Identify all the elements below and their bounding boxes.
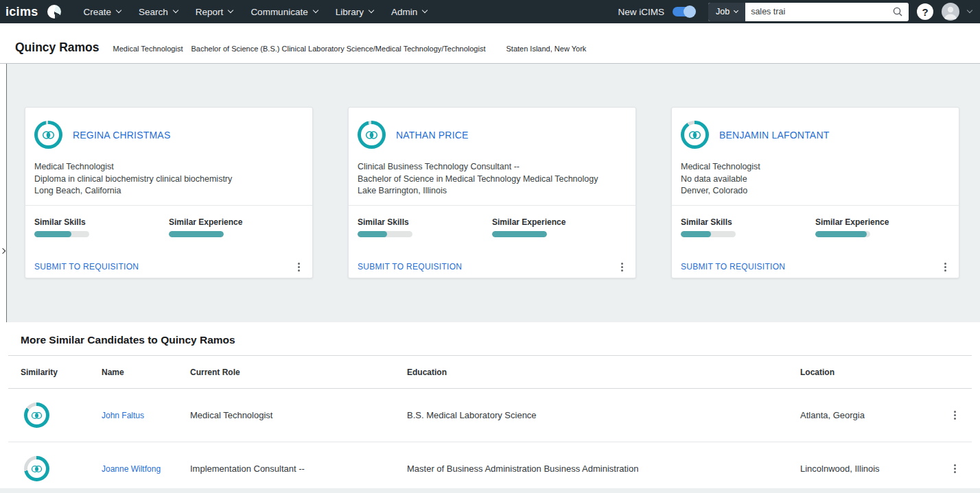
candidate-card: BENJAMIN LAFONTANT Medical Technologist …: [671, 107, 959, 278]
submit-to-requisition-link[interactable]: SUBMIT TO REQUISITION: [34, 262, 139, 272]
similarity-icon: [365, 130, 378, 140]
toggle-knob: [684, 5, 696, 18]
similar-skills-label: Similar Skills: [34, 217, 169, 227]
table-header-row: Similarity Name Current Role Education L…: [0, 356, 980, 388]
card-role: Medical Technologist: [681, 161, 950, 173]
similarity-icon: [42, 130, 55, 140]
candidate-header: Quincy Ramos Medical Technologist Bachel…: [0, 23, 980, 64]
icims-logo-mark-icon[interactable]: [47, 5, 61, 19]
column-header-similarity: Similarity: [21, 368, 102, 377]
row-location: Atlanta, Georgia: [800, 410, 932, 420]
page-title: Quincy Ramos: [15, 40, 100, 55]
chevron-down-icon: [116, 8, 121, 13]
card-menu-kebab[interactable]: [941, 261, 950, 274]
menu-report[interactable]: Report: [187, 0, 242, 23]
menu-create[interactable]: Create: [75, 0, 130, 23]
menu-admin[interactable]: Admin: [382, 0, 436, 23]
candidate-card: NATHAN PRICE Clinical Business Technolog…: [348, 107, 636, 278]
user-silhouette-icon: [942, 3, 959, 21]
help-button[interactable]: ?: [917, 3, 933, 20]
candidate-location: Staten Island, New York: [506, 45, 587, 53]
row-education: B.S. Medical Laboratory Science: [407, 410, 800, 420]
column-header-location: Location: [800, 368, 932, 377]
card-education: No data available: [681, 173, 950, 186]
card-menu-kebab[interactable]: [294, 261, 303, 274]
candidate-card: REGINA CHRISTMAS Medical Technologist Di…: [25, 107, 313, 278]
similarity-icon: [688, 130, 701, 140]
card-education: Diploma in clinical biochemistry clinica…: [34, 173, 303, 186]
submit-to-requisition-link[interactable]: SUBMIT TO REQUISITION: [358, 262, 462, 272]
candidate-cards-row: REGINA CHRISTMAS Medical Technologist Di…: [0, 64, 980, 278]
column-header-name: Name: [102, 368, 190, 377]
submit-to-requisition-link[interactable]: SUBMIT TO REQUISITION: [681, 262, 785, 272]
similarity-ring: [681, 121, 709, 149]
card-location: Lake Barrington, Illinois: [358, 185, 627, 197]
similarity-ring: [24, 456, 49, 481]
similar-experience-bar: [815, 231, 870, 237]
icims-logo[interactable]: icims: [5, 5, 38, 19]
column-header-current-role: Current Role: [190, 368, 407, 377]
similar-skills-bar: [34, 231, 89, 237]
chevron-down-icon: [369, 8, 374, 13]
global-search: Job: [708, 3, 909, 21]
row-education: Master of Business Administration Busine…: [407, 464, 800, 474]
row-menu-kebab[interactable]: [950, 462, 959, 475]
row-menu-kebab[interactable]: [950, 409, 959, 422]
similar-experience-bar: [492, 231, 547, 237]
menu-communicate[interactable]: Communicate: [242, 0, 326, 23]
row-current-role: Implementation Consultant --: [190, 464, 407, 474]
table-row: John Faltus Medical Technologist B.S. Me…: [0, 389, 980, 442]
similar-skills-label: Similar Skills: [681, 217, 815, 227]
new-icims-toggle[interactable]: [673, 7, 695, 16]
similar-skills-label: Similar Skills: [358, 217, 492, 227]
similar-experience-label: Similar Experience: [169, 217, 303, 227]
candidate-name-link[interactable]: NATHAN PRICE: [396, 130, 469, 141]
top-navigation-bar: icims Create Search Report Communicate L…: [0, 0, 980, 23]
row-location: Lincolnwood, Illinois: [800, 464, 932, 474]
similarity-icon: [31, 465, 43, 473]
card-role: Clinical Business Technology Consultant …: [358, 161, 627, 173]
similarity-ring: [358, 121, 386, 149]
search-input[interactable]: [745, 7, 892, 16]
chevron-down-icon: [228, 8, 233, 13]
similar-experience-label: Similar Experience: [815, 217, 950, 227]
chevron-down-icon: [312, 8, 318, 13]
section-title: More Similar Candidates to Quincy Ramos: [0, 322, 980, 355]
candidate-role: Medical Technologist: [113, 45, 183, 53]
menu-search[interactable]: Search: [130, 0, 187, 23]
account-chevron-icon[interactable]: [968, 11, 972, 12]
chevron-down-icon: [173, 8, 178, 13]
table-row: Joanne Wiltfong Implementation Consultan…: [0, 442, 980, 488]
card-menu-kebab[interactable]: [618, 261, 627, 274]
similar-experience-label: Similar Experience: [492, 217, 627, 227]
search-scope-dropdown[interactable]: Job: [708, 3, 745, 21]
column-header-education: Education: [407, 368, 800, 377]
similarity-ring: [34, 121, 62, 149]
topbar-right: New iCIMS Job ?: [618, 3, 972, 21]
candidate-education: Bachelor of Science (B.S.) Clinical Labo…: [191, 45, 485, 53]
similar-experience-bar: [169, 231, 224, 237]
card-role: Medical Technologist: [34, 161, 303, 173]
avatar[interactable]: [942, 3, 959, 21]
more-similar-candidates-section: More Similar Candidates to Quincy Ramos …: [0, 322, 980, 488]
search-icon[interactable]: [892, 6, 909, 17]
similar-candidates-section: REGINA CHRISTMAS Medical Technologist Di…: [0, 64, 980, 322]
similarity-icon: [31, 411, 43, 420]
candidate-name-link[interactable]: REGINA CHRISTMAS: [73, 130, 170, 141]
menu-library[interactable]: Library: [327, 0, 382, 23]
candidate-name-link[interactable]: John Faltus: [102, 411, 190, 420]
expand-panel-button[interactable]: [0, 248, 5, 254]
chevron-down-icon: [422, 8, 428, 13]
chevron-down-icon: [734, 8, 738, 12]
row-current-role: Medical Technologist: [190, 410, 407, 420]
card-location: Denver, Colorado: [681, 185, 950, 197]
main-menu: Create Search Report Communicate Library…: [75, 0, 436, 23]
new-icims-label: New iCIMS: [618, 7, 664, 17]
card-education: Bachelor of Science in Medical Technolog…: [358, 173, 627, 186]
card-location: Long Beach, California: [34, 185, 303, 197]
similarity-ring: [24, 402, 49, 428]
candidate-name-link[interactable]: BENJAMIN LAFONTANT: [719, 130, 829, 141]
candidate-name-link[interactable]: Joanne Wiltfong: [102, 464, 190, 474]
similar-skills-bar: [681, 231, 736, 237]
collapsed-side-panel: [0, 64, 7, 322]
